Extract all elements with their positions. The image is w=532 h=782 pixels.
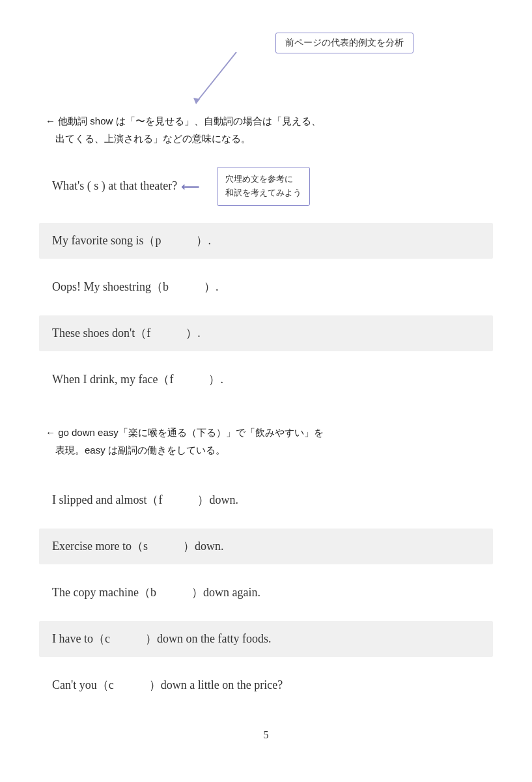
sentence-text-6: Exercise more to（s ）down. bbox=[52, 540, 223, 553]
sentence-text-7: The copy machine（b ）down again. bbox=[52, 586, 260, 599]
sentence-row-9: Can't you（c ）down a little on the price? bbox=[39, 667, 493, 703]
sentence-row-4: When I drink, my face（f ）. bbox=[39, 362, 493, 398]
sentences-block-1: My favorite song is（p ）. Oops! My shoest… bbox=[39, 223, 493, 398]
sentence-row-5: I slipped and almost（f ）down. bbox=[39, 482, 493, 518]
sentence-row-2: Oops! My shoestring（b ）. bbox=[39, 269, 493, 305]
explanation-1: ← 他動詞 show は「〜を見せる」、自動詞の場合は「見える、 出てくる、上演… bbox=[39, 112, 493, 147]
explanation-1-line2: 出てくる、上演される」などの意味になる。 bbox=[46, 133, 251, 144]
sentence-row-3: These shoes don't（f ）. bbox=[39, 315, 493, 351]
sentence-row-8: I have to（c ）down on the fatty foods. bbox=[39, 621, 493, 657]
explanation-2: ← go down easy「楽に喉を通る（下る）」で「飲みやすい」を 表現。e… bbox=[39, 424, 493, 459]
page: 前ページの代表的例文を分析 ← 他動詞 show は「〜を見せる」、自動詞の場合… bbox=[0, 0, 532, 782]
sentence-text-3: These shoes don't（f ）. bbox=[52, 326, 201, 340]
sentence-text-9: Can't you（c ）down a little on the price? bbox=[52, 678, 283, 691]
sentence-row-6: Exercise more to（s ）down. bbox=[39, 529, 493, 564]
whats-row: What's ( s ) at that theater? ⟵ 穴埋め文を参考に… bbox=[39, 167, 493, 206]
right-annotation-line1: 穴埋め文を参考に bbox=[225, 174, 293, 184]
sentence-text-5: I slipped and almost（f ）down. bbox=[52, 493, 238, 506]
sentence-text-1: My favorite song is（p ）. bbox=[52, 234, 211, 247]
explanation-2-line1: ← go down easy「楽に喉を通る（下る）」で「飲みやすい」を bbox=[46, 427, 324, 438]
svg-line-0 bbox=[197, 52, 236, 101]
sentence-text-2: Oops! My shoestring（b ）. bbox=[52, 280, 219, 293]
explanation-1-line1: ← 他動詞 show は「〜を見せる」、自動詞の場合は「見える、 bbox=[46, 115, 321, 126]
arrow-svg bbox=[184, 52, 262, 111]
right-annotation-line2: 和訳を考えてみよう bbox=[225, 188, 301, 197]
page-number: 5 bbox=[39, 729, 493, 741]
sentence-text-8: I have to（c ）down on the fatty foods. bbox=[52, 632, 271, 645]
sentence-text-4: When I drink, my face（f ）. bbox=[52, 373, 223, 386]
right-annotation-box: 穴埋め文を参考に 和訳を考えてみよう bbox=[217, 167, 310, 206]
left-arrow-icon: ⟵ bbox=[181, 179, 200, 194]
sentences-block-2: I slipped and almost（f ）down. Exercise m… bbox=[39, 482, 493, 703]
whats-sentence: What's ( s ) at that theater? bbox=[39, 179, 177, 193]
top-annotation-area: 前ページの代表的例文を分析 bbox=[39, 33, 493, 53]
sentence-row-1: My favorite song is（p ）. bbox=[39, 223, 493, 259]
explanation-2-line2: 表現。easy は副詞の働きをしている。 bbox=[46, 444, 225, 456]
top-annotation-box: 前ページの代表的例文を分析 bbox=[275, 33, 413, 53]
sentence-row-7: The copy machine（b ）down again. bbox=[39, 575, 493, 611]
